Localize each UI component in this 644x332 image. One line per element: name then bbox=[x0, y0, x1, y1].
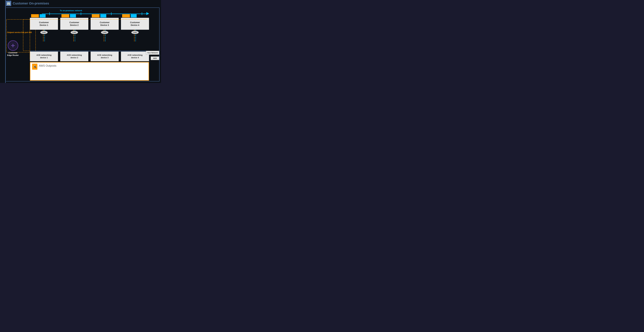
device-4-connector-orange bbox=[134, 35, 134, 42]
ace-device-1-label: ACE networkingdevice 1 bbox=[36, 54, 52, 59]
device-2-tab-orange bbox=[62, 14, 69, 17]
device-4-lag: LAG bbox=[121, 30, 149, 35]
device-2-connector-orange bbox=[74, 35, 74, 42]
device-4-tabs bbox=[122, 14, 137, 17]
device-2-connector-cyan bbox=[75, 35, 75, 42]
device-3-lag: LAG bbox=[90, 30, 119, 35]
customer-device-3-box: CustomerDevice 3 bbox=[90, 18, 119, 30]
aws-outposts: 🔌 AWS Outposts bbox=[30, 62, 149, 81]
aws-label: AWS bbox=[151, 56, 159, 60]
router-label: Customer Edge Router bbox=[7, 51, 19, 57]
building-icon: 🏢 bbox=[6, 1, 11, 6]
device-2-tab-cyan bbox=[70, 14, 76, 17]
customer-device-1-box: CustomerDevice 1 bbox=[30, 18, 58, 30]
device-1-tab-cyan bbox=[40, 14, 46, 17]
ace-device-3-label: ACE networkingdevice 3 bbox=[97, 54, 112, 59]
device-3-tabs bbox=[92, 14, 106, 17]
device-2-connector bbox=[60, 35, 88, 42]
device-2-lag-label: LAG bbox=[70, 31, 78, 34]
device-3-tab-orange bbox=[92, 14, 100, 17]
device-3-connector-cyan bbox=[105, 35, 106, 42]
device-2-tabs bbox=[62, 14, 76, 17]
ace-device-2: ACE networkingdevice 2 bbox=[60, 51, 88, 61]
device-3-lag-label: LAG bbox=[101, 31, 108, 34]
edge-router: ✛ Customer Edge Router bbox=[7, 40, 19, 57]
customer-device-2-box: CustomerDevice 2 bbox=[60, 18, 88, 30]
router-circle: ✛ bbox=[8, 40, 18, 51]
customer-device-3-card: CustomerDevice 3 LAG bbox=[90, 14, 119, 42]
ace-device-1: ACE networkingdevice 1 bbox=[30, 51, 58, 61]
device-4-tab-cyan bbox=[131, 14, 137, 17]
divider-line bbox=[30, 51, 149, 51]
device-1-connector-cyan bbox=[44, 35, 45, 42]
sidebar-line bbox=[5, 0, 6, 83]
outposts-label: AWS Outposts bbox=[39, 64, 56, 67]
router-icon: ✛ bbox=[11, 43, 15, 48]
ace-device-3: ACE networkingdevice 3 bbox=[90, 51, 119, 61]
devices-area: CustomerDevice 1 LAG CustomerDevice 2 bbox=[30, 14, 149, 42]
service-link-label: Outpost service link port 443 bbox=[7, 31, 32, 34]
customer-device-4-box: CustomerDevice 4 bbox=[121, 18, 149, 30]
ace-device-4: ACE networkingdevice 4 bbox=[121, 51, 149, 61]
customer-device-4-label: CustomerDevice 4 bbox=[130, 21, 140, 26]
customer-device-3-label: CustomerDevice 3 bbox=[100, 21, 110, 26]
device-2-lag: LAG bbox=[60, 30, 88, 35]
device-3-tab-cyan bbox=[100, 14, 106, 17]
ace-device-2-label: ACE networkingdevice 2 bbox=[67, 54, 82, 59]
outposts-icon: 🔌 bbox=[32, 64, 37, 70]
device-1-connector-orange bbox=[43, 35, 44, 42]
customer-device-1-label: CustomerDevice 1 bbox=[39, 21, 49, 26]
device-3-connector bbox=[90, 35, 119, 42]
page-title: Customer On-premises bbox=[13, 1, 49, 5]
device-3-connector-orange bbox=[104, 35, 104, 42]
device-4-connector bbox=[121, 35, 149, 42]
your-network-label: Your Network bbox=[146, 51, 159, 55]
customer-device-2-card: CustomerDevice 2 LAG bbox=[60, 14, 88, 42]
device-1-lag-label: LAG bbox=[40, 31, 48, 34]
device-1-tabs bbox=[31, 14, 46, 17]
arrow-line bbox=[42, 13, 149, 14]
device-4-connector-cyan bbox=[136, 35, 136, 42]
ace-device-4-label: ACE networkingdevice 4 bbox=[128, 54, 142, 59]
device-4-lag-label: LAG bbox=[131, 31, 138, 34]
device-4-tab-orange bbox=[122, 14, 130, 17]
customer-device-1-card: CustomerDevice 1 LAG bbox=[30, 14, 58, 42]
customer-device-4-card: CustomerDevice 4 LAG bbox=[121, 14, 149, 42]
onpremises-label: To on-premises network bbox=[60, 9, 149, 12]
diagram-container: 🏢 Customer On-premises To on-premises ne… bbox=[0, 0, 161, 83]
header: 🏢 Customer On-premises bbox=[6, 1, 160, 6]
ace-devices-area: ACE networkingdevice 1 ACE networkingdev… bbox=[30, 51, 149, 61]
device-1-lag: LAG bbox=[30, 30, 58, 35]
customer-device-2-label: CustomerDevice 2 bbox=[69, 21, 79, 26]
device-1-tab-orange bbox=[31, 14, 39, 17]
device-1-connector bbox=[30, 35, 58, 42]
